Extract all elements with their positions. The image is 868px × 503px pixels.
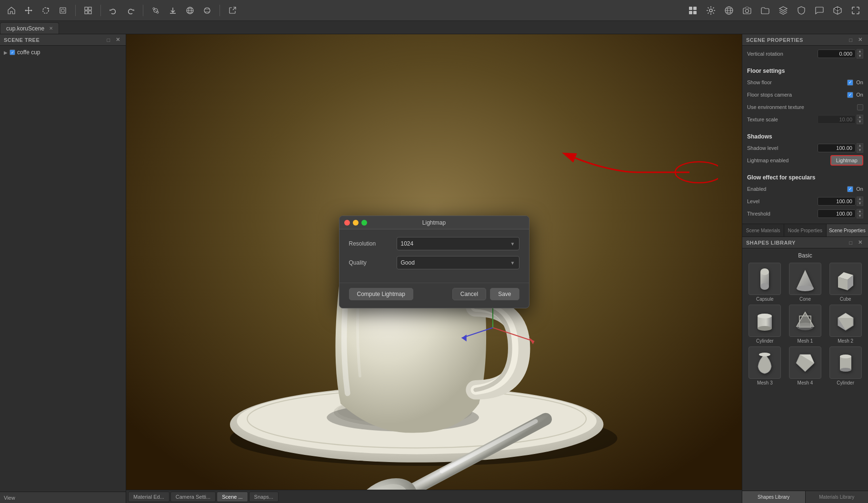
shapes-lib-close[interactable]: ✕: [857, 239, 864, 247]
tab-scene-properties[interactable]: Scene Properties: [827, 224, 868, 237]
vr-up[interactable]: ▲: [857, 49, 863, 54]
scene-props-maximize[interactable]: □: [847, 36, 855, 44]
tab-materials-library[interactable]: Materials Library: [806, 491, 868, 503]
glow-level-input[interactable]: [818, 197, 856, 206]
tab-materials-label: Materials Library: [819, 494, 854, 500]
glow-enabled-checkbox[interactable]: ✓: [847, 186, 853, 192]
tab-shapes-library[interactable]: Shapes Library: [742, 491, 806, 503]
save-button[interactable]: Save: [490, 288, 519, 300]
undo-icon[interactable]: [107, 4, 120, 17]
shape-item-mesh3[interactable]: Mesh 3: [746, 346, 784, 385]
compute-lightmap-button[interactable]: Compute Lightmap: [349, 288, 413, 300]
svg-point-58: [797, 286, 814, 291]
folder-icon[interactable]: [758, 3, 773, 18]
shape-item-mesh4[interactable]: Mesh 4: [787, 346, 824, 385]
scene-tree-maximize[interactable]: □: [105, 36, 112, 44]
resolution-select[interactable]: 1024 ▼: [397, 237, 519, 250]
vr-down[interactable]: ▼: [857, 54, 863, 59]
tab-scene-materials[interactable]: Scene Materials: [742, 224, 784, 237]
tab-scene[interactable]: cup.koruScene ✕: [0, 22, 59, 34]
shape-item-mesh1[interactable]: Mesh 1: [787, 305, 824, 344]
shape-item-cylinder[interactable]: Cylinder: [746, 305, 784, 344]
grid-icon[interactable]: [183, 4, 197, 17]
rotate-icon[interactable]: [39, 4, 52, 17]
globe-icon[interactable]: [721, 3, 737, 18]
lightmap-button[interactable]: Lightmap: [830, 155, 863, 166]
floor-stops-on: On: [856, 92, 863, 98]
glow-level-row: Level ▲ ▼: [747, 196, 863, 207]
sl-down[interactable]: ▼: [857, 148, 863, 153]
dialog-close-btn[interactable]: [344, 220, 350, 226]
gt-down[interactable]: ▼: [857, 214, 863, 218]
shape-item-capsule[interactable]: Capsule: [746, 263, 784, 302]
tab-scene[interactable]: Scene ...: [217, 492, 248, 502]
show-floor-checkbox[interactable]: ✓: [847, 79, 853, 86]
shape-item-cylinder2[interactable]: Cylinder: [827, 346, 864, 385]
shape-item-cone[interactable]: Cone: [787, 263, 824, 302]
export-icon[interactable]: [226, 4, 239, 17]
glow-enabled-on: On: [856, 186, 863, 192]
shield-icon[interactable]: [794, 3, 809, 18]
floor-stops-checkbox[interactable]: ✓: [847, 92, 853, 98]
cancel-button[interactable]: Cancel: [452, 288, 486, 300]
move-icon[interactable]: [22, 4, 35, 17]
sphere-icon[interactable]: [200, 4, 214, 17]
vertical-rotation-input[interactable]: [818, 49, 856, 58]
vertical-rotation-label: Vertical rotation: [747, 51, 818, 57]
svg-rect-2: [61, 9, 64, 12]
gl-down[interactable]: ▼: [857, 201, 863, 206]
home-icon[interactable]: [5, 4, 18, 17]
svg-marker-70: [838, 313, 853, 318]
scene-tree-actions: □ ✕: [105, 36, 122, 44]
shapes-bottom-tabs: Shapes Library Materials Library: [742, 491, 868, 503]
layers-icon[interactable]: [776, 3, 791, 18]
svg-rect-73: [840, 356, 851, 370]
svg-rect-6: [89, 11, 91, 14]
dialog-minimize-btn[interactable]: [353, 220, 359, 226]
link-icon[interactable]: [149, 4, 162, 17]
redo-icon[interactable]: [124, 4, 137, 17]
sl-up[interactable]: ▲: [857, 143, 863, 148]
shapes-library-title: SHAPES LIBRARY: [746, 240, 796, 246]
quality-label: Quality: [349, 259, 397, 266]
scene-tree-close[interactable]: ✕: [114, 36, 122, 44]
download-icon[interactable]: [166, 4, 180, 17]
shapes-lib-maximize[interactable]: □: [847, 239, 855, 247]
frame-icon[interactable]: [81, 4, 95, 17]
gl-up[interactable]: ▲: [857, 197, 863, 201]
quality-select[interactable]: Good ▼: [397, 256, 519, 269]
use-env-checkbox[interactable]: [857, 104, 863, 110]
tree-label-coffecup: coffe cup: [17, 49, 40, 56]
svg-point-74: [840, 355, 851, 358]
glow-title: Glow effect for speculars: [747, 174, 863, 181]
tab-node-properties[interactable]: Node Properties: [784, 224, 826, 237]
box-icon[interactable]: [830, 3, 845, 18]
chat-icon[interactable]: [812, 3, 827, 18]
viewport[interactable]: Lightmap Resolution 1024 ▼ Quality: [126, 34, 742, 490]
tab-snaps[interactable]: Snaps...: [249, 492, 279, 502]
shapes-library-content: Basic: [742, 248, 868, 491]
dialog-maximize-btn[interactable]: [361, 220, 367, 226]
shape-item-mesh2[interactable]: Mesh 2: [827, 305, 864, 344]
scale-icon[interactable]: [56, 4, 70, 17]
tab-material-editor[interactable]: Material Ed...: [128, 492, 170, 502]
scene-props-header: SCENE PROPERTIES □ ✕: [742, 34, 868, 46]
shape-thumb-cylinder2: [829, 346, 862, 379]
show-floor-on: On: [856, 79, 863, 85]
gt-up[interactable]: ▲: [857, 209, 863, 214]
glow-threshold-input[interactable]: [818, 209, 856, 218]
tree-item-coffecup[interactable]: ▶ ✓ coffe cup: [2, 48, 124, 57]
expand-icon[interactable]: [848, 3, 863, 18]
camera-icon[interactable]: [739, 3, 755, 18]
settings-icon[interactable]: [703, 3, 718, 18]
scene-props-close[interactable]: ✕: [857, 36, 864, 44]
layout-icon[interactable]: [685, 3, 700, 18]
tab-scene-label: cup.koruScene: [6, 25, 44, 32]
tab-camera-settings[interactable]: Camera Setti...: [170, 492, 216, 502]
tab-scene-close[interactable]: ✕: [49, 26, 53, 31]
scene-tree-bottom[interactable]: View: [0, 492, 126, 503]
tree-checkbox-coffecup[interactable]: ✓: [10, 49, 15, 55]
tab-shapes-label: Shapes Library: [758, 494, 789, 500]
shape-item-cube[interactable]: Cube: [827, 263, 864, 302]
shadow-level-input[interactable]: [818, 144, 856, 152]
